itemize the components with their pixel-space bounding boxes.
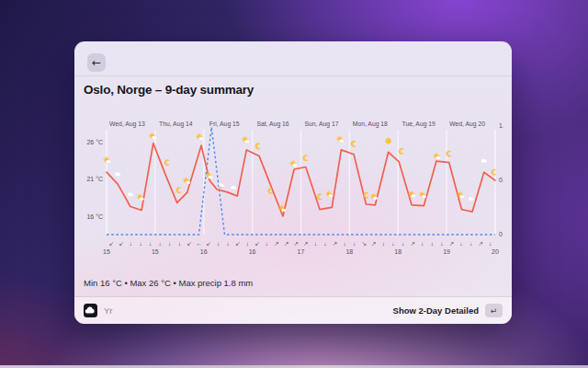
x-tick-label: 18	[394, 248, 401, 255]
wind-arrow-icon: ↓	[431, 240, 434, 247]
wind-arrow-icon: ↙	[119, 240, 123, 247]
wind-arrow-icon: ↓	[401, 240, 404, 247]
moon-icon	[364, 192, 368, 198]
wind-arrow-icon: ↙	[109, 240, 114, 247]
moon-icon	[351, 141, 356, 146]
rain-cloud-icon	[219, 183, 223, 189]
wind-arrow-icon: ↓	[382, 240, 385, 247]
x-tick-label: 16	[249, 248, 256, 255]
wind-arrow-icon: ↗	[371, 240, 376, 247]
precip-axis-label: 1.8	[499, 122, 503, 129]
wind-arrow-icon: ↓	[149, 240, 152, 247]
app-name-label: Yr	[104, 305, 113, 316]
wind-arrow-icon: ↗	[410, 240, 414, 247]
wind-arrow-icon: ↗	[303, 240, 308, 247]
wind-arrow-icon: ↗	[284, 240, 288, 247]
day-label: Wed, Aug 20	[449, 121, 485, 128]
x-tick-label: 17	[298, 248, 305, 255]
sun-cloud-icon	[183, 178, 190, 184]
wind-arrow-icon: ↓	[391, 240, 394, 247]
x-tick-label: 20	[492, 248, 499, 255]
moon-icon	[399, 148, 403, 154]
x-tick-label: 15	[103, 248, 110, 255]
sun-cloud-icon	[370, 193, 378, 200]
wind-arrow-icon: ↙	[187, 240, 191, 247]
cloud-icon	[115, 172, 120, 176]
temp-axis-label: 21 °C	[86, 176, 103, 182]
wind-arrow-icon: ↓	[159, 240, 162, 247]
wind-arrow-icon: ←	[196, 240, 202, 247]
day-label: Fri, Aug 15	[209, 121, 240, 128]
wind-arrow-icon: ↗	[333, 240, 337, 247]
wind-arrow-icon: ↓	[323, 240, 326, 247]
show-2-day-detailed-button[interactable]: Show 2-Day Detailed	[393, 305, 479, 316]
wind-arrow-icon: ↓	[168, 240, 171, 247]
wind-arrow-icon: ↓	[217, 240, 220, 247]
sun-cloud-icon	[205, 172, 212, 178]
wind-arrow-icon: ↓	[353, 240, 356, 247]
wind-arrow-icon: ↓	[178, 240, 181, 247]
header-divider	[74, 75, 512, 76]
wind-arrow-icon: ↙	[235, 240, 240, 247]
day-label: Sun, Aug 17	[304, 121, 338, 128]
moon-icon	[255, 144, 260, 149]
day-label: Wed, Aug 13	[109, 121, 145, 128]
moon-icon	[317, 194, 322, 200]
back-button[interactable]: ←	[87, 53, 106, 72]
weather-chart: Wed, Aug 13Thu, Aug 14Fri, Aug 15Sat, Au…	[81, 118, 503, 260]
sun-icon	[385, 137, 392, 144]
sun-cloud-icon	[325, 190, 333, 197]
precip-axis-label: 0	[499, 231, 503, 237]
weather-chart-svg: Wed, Aug 13Thu, Aug 14Fri, Aug 15Sat, Au…	[81, 118, 503, 260]
x-tick-label: 18	[345, 248, 353, 255]
wind-arrow-icon: ↓	[130, 240, 132, 247]
page-title: Oslo, Norge – 9-day summary	[84, 83, 254, 97]
sun-cloud-icon	[242, 136, 249, 143]
day-label: Tue, Aug 19	[401, 121, 435, 128]
moon-icon	[176, 188, 181, 193]
wind-arrow-icon: ↓	[266, 240, 268, 247]
enter-key-button[interactable]: ↵	[485, 304, 503, 317]
wind-arrow-icon: ↓	[343, 240, 345, 247]
wind-arrow-icon: ↓	[314, 240, 317, 247]
wind-arrow-icon: ↗	[478, 240, 482, 247]
x-tick-label: 16	[200, 248, 208, 255]
cloud-icon	[231, 186, 236, 190]
footer-bar: Yr Show 2-Day Detailed ↵	[74, 297, 512, 324]
day-label: Sat, Aug 16	[256, 121, 288, 128]
wind-arrow-icon: ↙	[206, 240, 210, 247]
wind-arrow-icon: ↓	[459, 240, 462, 247]
yr-app-icon	[84, 304, 97, 317]
wind-arrow-icon: ↗	[274, 240, 278, 247]
sun-cloud-icon	[137, 193, 144, 200]
weather-widget-window: ← Oslo, Norge – 9-day summary Wed, Aug 1…	[74, 41, 512, 324]
wind-arrow-icon: ↓	[246, 240, 249, 247]
temp-axis-label: 26 °C	[86, 139, 103, 145]
sun-cloud-icon	[336, 135, 344, 142]
cloud-icon	[128, 192, 133, 196]
temp-axis-label: 16 °C	[86, 213, 103, 220]
wind-arrow-icon: ↓	[421, 240, 424, 247]
day-label: Mon, Aug 18	[353, 121, 388, 128]
summary-text: Min 16 °C • Max 26 °C • Max precip 1.8 m…	[84, 278, 253, 288]
cloud-icon	[469, 197, 474, 201]
day-label: Thu, Aug 14	[159, 121, 193, 128]
wind-arrow-icon: ↘	[362, 240, 367, 247]
cloud-icon	[481, 159, 487, 163]
wind-arrow-icon: ↓	[227, 240, 230, 247]
precip-axis-label: 0.9	[499, 177, 503, 183]
sun-cloud-icon	[196, 133, 203, 140]
desktop-background: ← Oslo, Norge – 9-day summary Wed, Aug 1…	[0, 0, 588, 368]
sun-cloud-icon	[433, 153, 440, 159]
wind-arrow-icon: ↙	[254, 240, 259, 247]
sun-cloud-icon	[289, 160, 297, 167]
wind-arrow-icon: ↓	[489, 240, 492, 247]
moon-icon	[447, 151, 451, 156]
wind-arrow-icon: ↓	[139, 240, 141, 247]
wind-arrow-icon: ↓	[440, 240, 443, 247]
wind-arrow-icon: ↗	[293, 240, 298, 247]
moon-icon	[164, 160, 169, 166]
wind-arrow-icon: ↓	[469, 240, 472, 247]
x-tick-label: 19	[443, 248, 450, 255]
x-tick-label: 15	[152, 248, 159, 255]
